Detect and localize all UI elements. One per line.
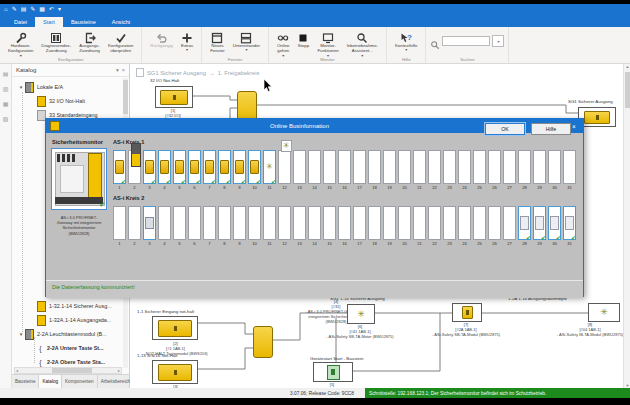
neues-button[interactable]: Neues Fenster: [207, 29, 228, 55]
device-label: [60, 165, 84, 193]
scroll-thumb[interactable]: [625, 72, 630, 108]
panel-tab-katalog[interactable]: Katalog: [39, 375, 62, 388]
start-module-icon: [327, 365, 340, 380]
asi-slot-column: 31: [563, 150, 576, 190]
ribbon-group-konfiguration: Hardware- Konfiguration▾Diagnoseindex- Z…: [0, 27, 142, 63]
close-icon[interactable]: ×: [122, 67, 125, 73]
app-icon[interactable]: ⌂: [4, 4, 8, 14]
block-output-databyte[interactable]: ✳: [588, 303, 620, 322]
ausgangs--button[interactable]: Ausgangs- Zuordnung: [76, 29, 103, 55]
scroll-left-icon[interactable]: ◂: [15, 368, 19, 373]
block-safe-input-13[interactable]: [152, 360, 198, 384]
untereinander-button[interactable]: Untereinander▾: [230, 29, 263, 53]
extras-button[interactable]: Extras▾: [178, 29, 196, 53]
slave-address-number: 24: [462, 241, 467, 246]
tree-item[interactable]: ▾Lokale E/A: [12, 80, 124, 94]
panel-tab-bausteine[interactable]: Bausteine: [12, 375, 39, 388]
tab-ansicht[interactable]: Ansicht: [104, 17, 138, 28]
tree-item[interactable]: 32 I/O Not-Halt: [12, 94, 124, 108]
asi-slave-occupied: ✔: [188, 150, 201, 184]
inbetriebnahme--button[interactable]: Inbetriebnahme- Assistent...▾: [344, 29, 381, 59]
block-safe-input-1[interactable]: [152, 316, 198, 340]
device-icon: [25, 329, 34, 340]
panel-tab-komponenten[interactable]: Komponenten: [62, 375, 98, 388]
slave-address-number: 18: [372, 185, 377, 190]
tree-item-label: 2-2A Untere Taste St...: [47, 345, 104, 351]
dialog-status-text: Die Datenerfassung kommuniziert!: [52, 284, 135, 290]
check-icon: ✔: [526, 235, 531, 241]
expand-arrow-icon[interactable]: ▾: [17, 84, 25, 90]
scroll-up-icon[interactable]: ▲: [624, 64, 630, 69]
dock-panel-icon[interactable]: ▦: [3, 100, 9, 107]
save-icon[interactable]: ▦: [39, 4, 45, 14]
dialog-body: Sicherheitsmonitor ✔ AS-i 3.0 PROFINET-G…: [46, 133, 583, 281]
hardware--button[interactable]: Hardware- Konfiguration▾: [5, 29, 36, 59]
tree-item[interactable]: 1-32A.1-14 Ausgangsda...: [12, 313, 124, 327]
tree-item[interactable]: 1-32.1-14 Sicherer Ausg...: [12, 299, 124, 313]
tab-datei[interactable]: Datei: [6, 17, 35, 28]
undo-icon[interactable]: ↶: [49, 4, 54, 14]
monitor--button[interactable]: Monitor- Funktionen▾: [314, 29, 341, 59]
dropdown-icon[interactable]: ▾: [58, 4, 61, 14]
breadcrumb-item[interactable]: 1. Freigabekreis: [218, 70, 260, 76]
breadcrumb: SG1 Sicherer Ausgang → 1. Freigabekreis: [136, 68, 259, 77]
online-button[interactable]: Online gehen▾: [274, 29, 292, 59]
plus-icon: [181, 30, 193, 42]
diagnoseindex--button[interactable]: Diagnoseindex- Zuordnung: [38, 29, 74, 55]
expand-arrow-icon[interactable]: ▾: [17, 331, 25, 337]
slave-module-icon: [160, 160, 169, 174]
tab-start[interactable]: Start: [35, 17, 63, 28]
tile-icon: [240, 30, 252, 42]
kontexthilfe-button[interactable]: ?Kontexthilfe▾: [392, 29, 420, 53]
scroll-thumb[interactable]: [52, 368, 92, 373]
scroll-right-icon[interactable]: ▸: [117, 368, 121, 373]
asi-slot-column: 21: [413, 150, 426, 190]
safety-monitor-device-image[interactable]: ✔: [51, 148, 107, 210]
konfiguration-button[interactable]: Konfiguration überprüfen: [105, 29, 136, 55]
asi-slot-column: 13: [293, 150, 306, 190]
breadcrumb-item[interactable]: SG1 Sicherer Ausgang: [147, 70, 206, 76]
dock-panel-icon[interactable]: ▤: [3, 70, 9, 77]
slave-address-number: 25: [477, 241, 482, 246]
tree-item[interactable]: {2-2A Untere Taste St...: [12, 341, 124, 355]
asi-slot-column: 7: [203, 206, 216, 246]
asi-slot-column: 14: [308, 150, 321, 190]
new-doc-icon[interactable]: ▤: [21, 4, 27, 14]
version-text: 3.07.06; Release Code: 9CC8: [290, 391, 354, 396]
diagnose-icon: [50, 30, 62, 42]
tree-item[interactable]: ▾2-2A Leuchttastenmodul (B...: [12, 327, 124, 341]
pencil-icon[interactable]: ✎: [30, 4, 35, 14]
asi-slot-column: 29: [533, 150, 546, 190]
block-output-module[interactable]: [452, 303, 482, 322]
asi-slave-empty: [458, 150, 471, 184]
asi-slot-column: 11: [263, 206, 276, 246]
horizontal-scrollbar[interactable]: ◂ ▸: [14, 367, 122, 374]
block-local-io-not-halt[interactable]: [155, 86, 193, 108]
ok-button[interactable]: OK: [485, 123, 525, 135]
dock-panel-icon[interactable]: ▥: [3, 85, 9, 92]
logic-gate-block[interactable]: [253, 326, 273, 358]
block-safe-output-1-14[interactable]: ✳: [347, 304, 375, 324]
asi-slave-occupied: ✳: [278, 150, 291, 184]
kreis2-label: AS-i Kreis 2: [113, 195, 144, 201]
block-label: 32 I/O Not-Halt: [150, 78, 179, 83]
assistant-icon: [356, 30, 368, 42]
check-icon: ✔: [181, 179, 186, 185]
brace-icon: {: [37, 345, 44, 352]
search-input[interactable]: [442, 36, 490, 46]
dock-panel-icon[interactable]: ▧: [3, 115, 9, 122]
check-icon: ✔: [99, 201, 105, 209]
edit-icon[interactable]: ✎: [12, 4, 17, 14]
online-businformation-dialog: Online Businformation – □ × Sicherheitsm…: [45, 118, 584, 297]
asi-slot-column: 20: [398, 206, 411, 246]
slave-address-number: 2: [133, 185, 135, 190]
help-button[interactable]: Hilfe: [531, 123, 571, 135]
block-geraetestart[interactable]: [313, 362, 353, 382]
stopp-button[interactable]: Stopp: [294, 29, 312, 49]
asi-slave-occupied: ✔: [218, 150, 231, 184]
chevron-down-icon[interactable]: ▾: [116, 67, 119, 73]
asi-slave-empty: [383, 206, 396, 240]
search-scope-dropdown[interactable]: ▾: [492, 35, 504, 47]
tab-bausteine[interactable]: Bausteine: [63, 17, 104, 28]
canvas-vertical-scrollbar[interactable]: ▲ ▼: [623, 64, 630, 388]
